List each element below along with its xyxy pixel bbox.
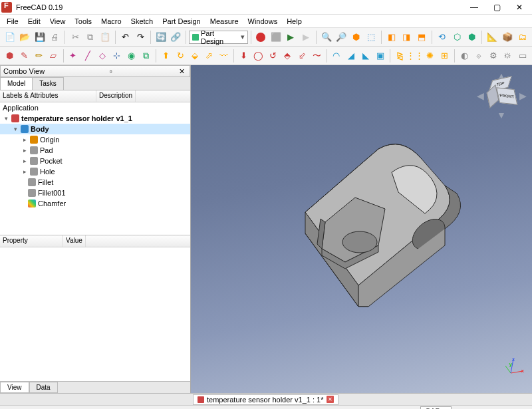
undo-icon[interactable]: ↶ — [118, 30, 133, 45]
menu-view[interactable]: View — [46, 16, 70, 27]
body-icon[interactable]: ⬢ — [3, 49, 17, 63]
macro-record-icon[interactable] — [254, 30, 269, 45]
revolution-icon[interactable]: ↻ — [174, 49, 188, 63]
group-icon[interactable]: 🗂 — [515, 30, 529, 45]
tree-hole[interactable]: ▸Hole — [0, 166, 190, 177]
new-icon[interactable]: 📄 — [3, 30, 17, 45]
copy-icon[interactable]: ⧉ — [83, 30, 98, 45]
macro-play-icon[interactable]: ▶ — [299, 30, 313, 45]
draw-style-icon[interactable]: ⬢ — [349, 30, 364, 45]
menu-tools[interactable]: Tools — [70, 16, 96, 27]
3d-model[interactable] — [245, 112, 478, 325]
nav-style-button[interactable]: CAD ▾ — [420, 406, 451, 409]
loft-icon[interactable]: ⬙ — [188, 49, 202, 63]
tab-model[interactable]: Model — [0, 77, 33, 90]
helix-icon[interactable]: 〰 — [217, 49, 231, 63]
tree-document[interactable]: ▾ temperature sensor holder v1_1 — [0, 113, 190, 124]
minimize-button[interactable]: — — [463, 1, 485, 14]
cube-arrow-down-icon[interactable]: ▼ — [497, 110, 506, 120]
datum-plane-icon[interactable]: ◇ — [95, 49, 109, 63]
combo-view-header[interactable]: Combo View ▫ ✕ — [0, 65, 190, 77]
fillet-icon[interactable]: ◠ — [330, 49, 344, 63]
part-icon[interactable]: 📦 — [500, 30, 515, 45]
menu-file[interactable]: File — [3, 16, 23, 27]
menu-windows[interactable]: Windows — [244, 16, 282, 27]
tab-data[interactable]: Data — [29, 382, 58, 393]
macro-list-icon[interactable]: ▶ — [284, 30, 299, 45]
tree-root[interactable]: Application — [0, 102, 190, 113]
shapebinder-icon[interactable]: ◉ — [124, 49, 138, 63]
document-tab[interactable]: temperature sensor holder v1_1 : 1* ✕ — [193, 394, 338, 405]
measure-icon[interactable]: 📐 — [485, 30, 499, 45]
tree-pad[interactable]: ▸Pad — [0, 145, 190, 156]
fit-all-icon[interactable]: 🔍 — [319, 30, 334, 45]
gear-icon[interactable]: ⛭ — [501, 49, 515, 63]
tree-chamfer[interactable]: Chamfer — [0, 198, 190, 209]
top-icon[interactable]: ⬒ — [414, 30, 429, 45]
menu-partdesign[interactable]: Part Design — [158, 16, 204, 27]
hole-icon[interactable]: ◯ — [251, 49, 265, 63]
cube-arrow-left-icon[interactable]: ◀ — [477, 90, 484, 101]
linpattern-icon[interactable]: ⋮⋮ — [408, 49, 422, 63]
tab-view[interactable]: View — [0, 382, 29, 393]
sketch-icon[interactable]: ✎ — [17, 49, 31, 63]
navigation-cube[interactable]: ▲ ▼ ◀ ▶ TOP FRONT — [477, 70, 527, 120]
datum-point-icon[interactable]: ✦ — [66, 49, 80, 63]
tab-close-icon[interactable]: ✕ — [327, 396, 334, 403]
fit-sel-icon[interactable]: 🔎 — [334, 30, 348, 45]
panel-close-icon[interactable]: ✕ — [177, 67, 187, 76]
polarpattern-icon[interactable]: ✺ — [423, 49, 437, 63]
menu-help[interactable]: Help — [283, 16, 306, 27]
tree-pocket[interactable]: ▸Pocket — [0, 156, 190, 166]
tree-origin[interactable]: ▸Origin — [0, 134, 190, 145]
pipe-icon[interactable]: ⬀ — [202, 49, 216, 63]
open-icon[interactable]: 📂 — [18, 30, 33, 45]
subpipe-icon[interactable]: ⬃ — [295, 49, 309, 63]
chamfer-icon[interactable]: ◢ — [344, 49, 358, 63]
maximize-button[interactable]: ▢ — [485, 1, 508, 14]
redo-icon[interactable]: ↷ — [133, 30, 148, 45]
tab-tasks[interactable]: Tasks — [32, 77, 64, 90]
iso-icon[interactable]: ◧ — [384, 30, 399, 45]
refresh-icon[interactable]: 🔄 — [154, 30, 168, 45]
view-cube2-icon[interactable]: ⬢ — [465, 30, 479, 45]
sprocket-icon[interactable]: ⚙ — [486, 49, 500, 63]
clone-icon[interactable]: ⧉ — [139, 49, 153, 63]
pocket-icon[interactable]: ⬇ — [237, 49, 251, 63]
tree-fillet[interactable]: Fillet — [0, 177, 190, 188]
migrate-icon[interactable]: ⟐ — [472, 49, 486, 63]
macro-stop-icon[interactable]: ⬛ — [269, 30, 283, 45]
map-sketch-icon[interactable]: ▱ — [47, 49, 61, 63]
mirror-icon[interactable]: ⧎ — [393, 49, 407, 63]
model-tree[interactable]: Application ▾ temperature sensor holder … — [0, 102, 190, 235]
tree-fillet001[interactable]: Fillet001 — [0, 188, 190, 198]
cube-arrow-right-icon[interactable]: ▶ — [519, 90, 527, 101]
groove-icon[interactable]: ↺ — [266, 49, 280, 63]
shaft-icon[interactable]: ▭ — [515, 49, 529, 63]
print-icon[interactable]: 🖨 — [48, 30, 63, 45]
pad-icon[interactable]: ⬆ — [159, 49, 173, 63]
tree-body[interactable]: ▾ Body — [0, 124, 190, 134]
front-icon[interactable]: ◨ — [400, 30, 414, 45]
3d-viewport[interactable]: ▲ ▼ ◀ ▶ TOP FRONT x y z — [191, 65, 532, 393]
multitransform-icon[interactable]: ⊞ — [438, 49, 452, 63]
subhelix-icon[interactable]: 〜 — [310, 49, 324, 63]
link-icon[interactable]: 🔗 — [169, 30, 184, 45]
cube-front-face[interactable]: FRONT — [496, 87, 517, 104]
datum-line-icon[interactable]: ╱ — [80, 49, 94, 63]
thickness-icon[interactable]: ▣ — [373, 49, 387, 63]
menu-measure[interactable]: Measure — [206, 16, 243, 27]
edit-sketch-icon[interactable]: ✏ — [32, 49, 46, 63]
bbox-icon[interactable]: ⬚ — [364, 30, 378, 45]
boolean-icon[interactable]: ◐ — [458, 49, 471, 63]
cut-icon[interactable]: ✂ — [68, 30, 82, 45]
datum-cs-icon[interactable]: ⊹ — [110, 49, 124, 63]
view-cube-icon[interactable]: ⬡ — [450, 30, 464, 45]
menu-sketch[interactable]: Sketch — [127, 16, 158, 27]
save-icon[interactable]: 💾 — [33, 30, 47, 45]
rotate-icon[interactable]: ⟲ — [435, 30, 450, 45]
draft-icon[interactable]: ◣ — [358, 49, 372, 63]
paste-icon[interactable]: 📋 — [98, 30, 112, 45]
menu-macro[interactable]: Macro — [97, 16, 126, 27]
workbench-selector[interactable]: Part Design ▾ — [189, 31, 247, 44]
